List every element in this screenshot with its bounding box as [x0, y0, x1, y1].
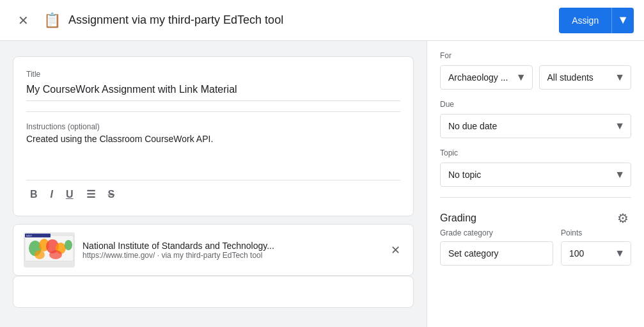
page-title: Assignment via my third-party EdTech too…: [68, 13, 551, 27]
topbar: ✕ 📋 Assignment via my third-party EdTech…: [0, 0, 644, 41]
bottom-stub: [13, 276, 414, 308]
doc-icon: 📋: [43, 12, 61, 29]
grade-category-col: Grade category Set category: [440, 228, 553, 266]
title-label: Title: [26, 70, 400, 79]
svg-point-8: [49, 250, 62, 259]
main-layout: Title Instructions (optional) Created us…: [0, 41, 644, 327]
italic-button[interactable]: I: [47, 186, 57, 203]
right-panel: For Archaeology ... ▼ All students ▼ Due: [427, 41, 644, 327]
close-button[interactable]: ✕: [10, 8, 36, 33]
for-dropdowns: Archaeology ... ▼ All students ▼: [440, 65, 631, 90]
students-dropdown[interactable]: All students: [539, 65, 632, 90]
chevron-down-icon: ▼: [617, 13, 629, 27]
grading-title: Grading: [440, 212, 476, 224]
class-dropdown-wrapper: Archaeology ... ▼: [440, 65, 533, 90]
points-col: Points 100 ▼: [561, 228, 631, 266]
set-category-button[interactable]: Set category: [440, 241, 553, 266]
points-label: Points: [561, 228, 631, 237]
instructions-text[interactable]: Created using the Classroom CourseWork A…: [26, 134, 400, 172]
for-section: For Archaeology ... ▼ All students ▼: [440, 51, 631, 90]
grading-section: Grading ⚙ Grade category Set category Po…: [440, 208, 631, 266]
left-panel: Title Instructions (optional) Created us…: [0, 41, 427, 327]
grading-settings-button[interactable]: ⚙: [615, 208, 631, 228]
grade-category-label: Grade category: [440, 228, 553, 237]
svg-point-6: [65, 240, 72, 250]
gear-icon: ⚙: [617, 211, 629, 226]
topic-dropdown[interactable]: No topic: [440, 163, 631, 187]
topic-label: Topic: [440, 148, 631, 157]
formatting-toolbar: B I U ☰ S: [26, 180, 400, 203]
points-wrapper: 100 ▼: [561, 241, 631, 266]
list-button[interactable]: ☰: [82, 186, 99, 203]
due-dropdown[interactable]: No due date: [440, 114, 631, 138]
map-thumbnail-svg: NIST: [24, 232, 75, 267]
grading-header: Grading ⚙: [440, 208, 631, 228]
title-card: Title Instructions (optional) Created us…: [13, 56, 414, 216]
svg-text:NIST: NIST: [26, 234, 33, 237]
class-dropdown[interactable]: Archaeology ...: [440, 65, 533, 90]
attachment-info: National Institute of Standards and Tech…: [82, 241, 381, 260]
due-section: Due No due date ▼: [440, 100, 631, 138]
attachment-title: National Institute of Standards and Tech…: [82, 241, 381, 251]
grading-fields: Grade category Set category Points 100 ▼: [440, 228, 631, 266]
svg-point-7: [35, 250, 45, 259]
attachment-url: https://www.time.gov/ · via my third-par…: [82, 251, 381, 260]
attachment-thumbnail: NIST: [24, 232, 75, 267]
close-icon: ✕: [391, 243, 400, 257]
close-icon: ✕: [18, 13, 29, 28]
grading-divider: [440, 197, 631, 198]
divider: [26, 111, 400, 112]
topic-section: Topic No topic ▼: [440, 148, 631, 187]
bold-button[interactable]: B: [26, 186, 42, 203]
topic-dropdown-wrapper: No topic ▼: [440, 163, 631, 187]
strikethrough-button[interactable]: S: [104, 186, 119, 203]
assign-dropdown-button[interactable]: ▼: [611, 8, 634, 33]
instructions-label: Instructions (optional): [26, 122, 400, 131]
for-label: For: [440, 51, 631, 60]
assign-button[interactable]: Assign: [559, 8, 611, 33]
points-dropdown[interactable]: 100: [561, 241, 631, 266]
underline-button[interactable]: U: [62, 186, 77, 203]
due-dropdown-wrapper: No due date ▼: [440, 114, 631, 138]
students-dropdown-wrapper: All students ▼: [539, 65, 632, 90]
remove-attachment-button[interactable]: ✕: [388, 241, 403, 260]
due-label: Due: [440, 100, 631, 109]
assign-btn-group: Assign ▼: [559, 8, 634, 33]
attachment-card: NIST National Institute of Standards and…: [13, 224, 414, 276]
title-input[interactable]: [26, 81, 400, 101]
